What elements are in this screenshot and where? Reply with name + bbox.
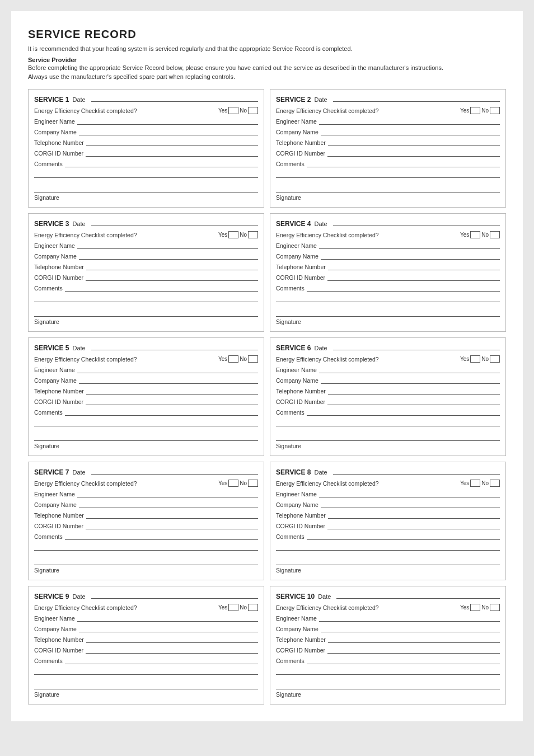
yes-box-3[interactable]	[228, 231, 238, 238]
corgi-line-2[interactable]	[327, 149, 500, 157]
telephone-line-8[interactable]	[328, 511, 500, 519]
company-line-10[interactable]	[321, 624, 500, 632]
comments-extra-line-3[interactable]	[34, 294, 258, 302]
comments-line-7[interactable]	[65, 532, 258, 540]
telephone-line-4[interactable]	[328, 262, 500, 270]
yes-box-4[interactable]	[470, 231, 480, 238]
service-date-line-6[interactable]	[333, 342, 500, 350]
corgi-line-9[interactable]	[86, 646, 258, 654]
corgi-line-8[interactable]	[327, 522, 500, 529]
service-date-line-4[interactable]	[333, 218, 500, 226]
comments-line-10[interactable]	[307, 656, 500, 664]
comments-line-9[interactable]	[65, 656, 258, 664]
no-box-9[interactable]	[248, 604, 258, 611]
corgi-line-5[interactable]	[86, 397, 258, 405]
company-line-2[interactable]	[321, 128, 500, 135]
telephone-line-5[interactable]	[86, 387, 258, 395]
no-box-7[interactable]	[248, 480, 258, 487]
no-box-3[interactable]	[248, 231, 258, 238]
sig-line-2[interactable]	[276, 182, 500, 192]
service-date-line-3[interactable]	[91, 218, 258, 226]
company-line-1[interactable]	[79, 128, 258, 135]
comments-extra-line-7[interactable]	[34, 543, 258, 551]
sig-line-6[interactable]	[276, 431, 500, 441]
no-box-2[interactable]	[490, 107, 500, 114]
yes-box-1[interactable]	[228, 107, 238, 114]
comments-extra-line-10[interactable]	[276, 667, 500, 675]
sig-line-10[interactable]	[276, 679, 500, 689]
comments-extra-line-1[interactable]	[34, 170, 258, 178]
telephone-line-7[interactable]	[86, 511, 258, 519]
corgi-line-7[interactable]	[86, 522, 258, 529]
engineer-line-8[interactable]	[319, 490, 500, 497]
corgi-line-3[interactable]	[86, 273, 258, 281]
engineer-line-3[interactable]	[77, 241, 258, 249]
comments-line-6[interactable]	[307, 408, 500, 416]
service-date-line-9[interactable]	[91, 591, 258, 599]
sig-line-8[interactable]	[276, 555, 500, 565]
comments-extra-line-2[interactable]	[276, 170, 500, 178]
comments-line-2[interactable]	[307, 159, 500, 167]
service-date-line-8[interactable]	[333, 467, 500, 475]
corgi-line-4[interactable]	[327, 273, 500, 281]
telephone-line-1[interactable]	[86, 138, 258, 146]
engineer-line-1[interactable]	[77, 117, 258, 125]
service-date-line-7[interactable]	[91, 467, 258, 475]
engineer-line-6[interactable]	[319, 365, 500, 373]
yes-box-10[interactable]	[470, 604, 480, 611]
comments-extra-line-4[interactable]	[276, 294, 500, 302]
telephone-line-3[interactable]	[86, 262, 258, 270]
no-box-4[interactable]	[490, 231, 500, 238]
company-line-6[interactable]	[321, 376, 500, 384]
yes-box-5[interactable]	[228, 355, 238, 363]
sig-line-1[interactable]	[34, 182, 258, 192]
comments-line-4[interactable]	[307, 284, 500, 292]
company-line-7[interactable]	[79, 500, 258, 508]
comments-line-5[interactable]	[65, 408, 258, 416]
yes-box-9[interactable]	[228, 604, 238, 611]
corgi-line-6[interactable]	[327, 397, 500, 405]
no-box-10[interactable]	[490, 604, 500, 611]
sig-line-9[interactable]	[34, 679, 258, 689]
comments-extra-line-5[interactable]	[34, 419, 258, 426]
no-box-5[interactable]	[248, 355, 258, 363]
corgi-line-10[interactable]	[327, 646, 500, 654]
sig-line-3[interactable]	[34, 307, 258, 317]
engineer-line-4[interactable]	[319, 241, 500, 249]
comments-line-3[interactable]	[65, 284, 258, 292]
company-line-3[interactable]	[79, 252, 258, 260]
comments-extra-line-8[interactable]	[276, 543, 500, 551]
company-line-9[interactable]	[79, 624, 258, 632]
sig-line-4[interactable]	[276, 307, 500, 317]
yes-box-8[interactable]	[470, 480, 480, 487]
telephone-line-6[interactable]	[328, 387, 500, 395]
comments-extra-line-9[interactable]	[34, 667, 258, 675]
service-date-line-1[interactable]	[91, 94, 258, 102]
company-line-4[interactable]	[321, 252, 500, 260]
company-line-8[interactable]	[321, 500, 500, 508]
telephone-line-2[interactable]	[328, 138, 500, 146]
sig-line-7[interactable]	[34, 555, 258, 565]
corgi-line-1[interactable]	[86, 149, 258, 157]
service-date-line-2[interactable]	[333, 94, 500, 102]
sig-line-5[interactable]	[34, 431, 258, 441]
engineer-line-2[interactable]	[319, 117, 500, 125]
no-box-6[interactable]	[490, 355, 500, 363]
company-line-5[interactable]	[79, 376, 258, 384]
telephone-line-10[interactable]	[328, 635, 500, 643]
no-box-8[interactable]	[490, 480, 500, 487]
yes-box-6[interactable]	[470, 355, 480, 363]
engineer-line-7[interactable]	[77, 490, 258, 497]
engineer-line-5[interactable]	[77, 365, 258, 373]
comments-line-8[interactable]	[307, 532, 500, 540]
service-date-line-5[interactable]	[91, 342, 258, 350]
telephone-line-9[interactable]	[86, 635, 258, 643]
engineer-line-9[interactable]	[77, 614, 258, 622]
comments-line-1[interactable]	[65, 159, 258, 167]
yes-box-7[interactable]	[228, 480, 238, 487]
no-box-1[interactable]	[248, 107, 258, 114]
yes-box-2[interactable]	[470, 107, 480, 114]
service-date-line-10[interactable]	[336, 591, 500, 599]
engineer-line-10[interactable]	[319, 614, 500, 622]
comments-extra-line-6[interactable]	[276, 419, 500, 426]
